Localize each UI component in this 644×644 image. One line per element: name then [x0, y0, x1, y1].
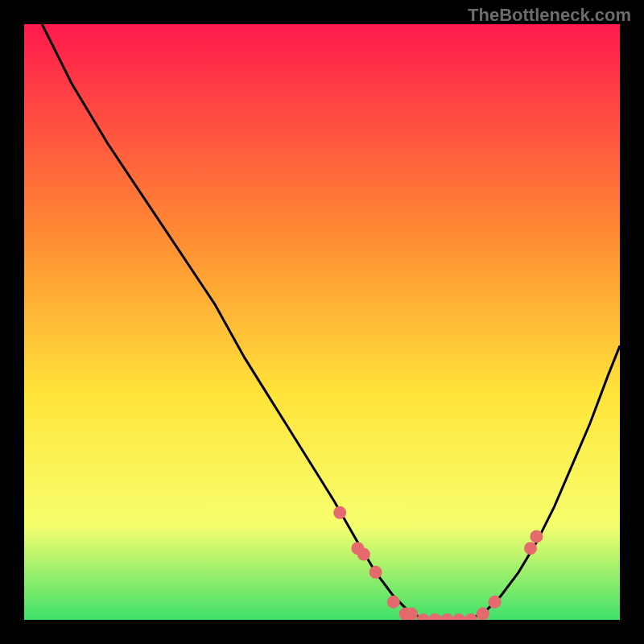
- dot-marker: [440, 613, 453, 626]
- chart-container: TheBottleneck.com: [0, 0, 644, 644]
- dot-marker: [464, 613, 477, 626]
- plot-background: [24, 24, 620, 620]
- dot-marker: [452, 613, 465, 626]
- dot-marker: [333, 506, 346, 519]
- dot-marker: [405, 608, 418, 621]
- dot-marker: [357, 548, 370, 561]
- dot-marker: [477, 608, 489, 621]
- dot-marker: [369, 566, 382, 579]
- dot-marker: [524, 542, 537, 555]
- watermark: TheBottleneck.com: [468, 5, 631, 26]
- dot-marker: [387, 596, 400, 609]
- dot-marker: [417, 613, 430, 626]
- dot-marker: [530, 530, 543, 543]
- bottleneck-plot: [0, 0, 644, 644]
- dot-marker: [489, 596, 502, 609]
- dot-marker: [429, 613, 442, 626]
